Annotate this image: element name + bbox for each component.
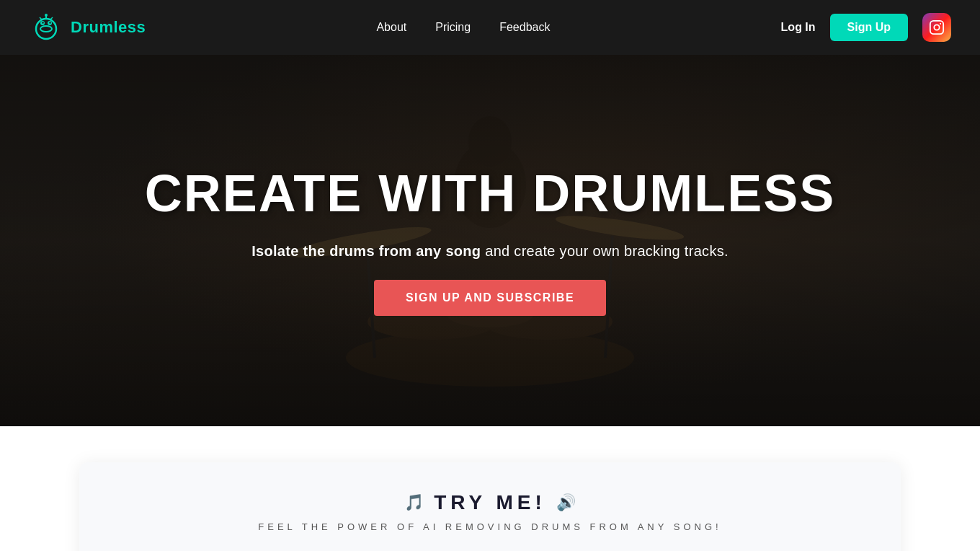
audio-right-icon: 🔊 xyxy=(556,493,576,512)
svg-point-0 xyxy=(36,19,56,39)
logo-text: Drumless xyxy=(71,18,146,37)
try-section: 🎵 TRY ME! 🔊 FEEL THE POWER OF AI REMOVIN… xyxy=(0,426,980,551)
try-title: TRY ME! xyxy=(434,491,546,514)
nav-feedback[interactable]: Feedback xyxy=(499,21,550,34)
hero-subtitle-rest: and create your own bracking tracks. xyxy=(481,243,728,259)
hero-title: CREATE WITH DRUMLESS xyxy=(145,165,836,222)
hero-subtitle: Isolate the drums from any song and crea… xyxy=(251,243,729,260)
hero-section: CREATE WITH DRUMLESS Isolate the drums f… xyxy=(0,55,980,426)
auth-area: Log In Sign Up xyxy=(781,13,951,42)
hero-cta-button[interactable]: SIGN UP AND SUBSCRIBE xyxy=(374,280,606,316)
logo-area: Drumless xyxy=(29,10,146,45)
nav-about[interactable]: About xyxy=(376,21,406,34)
nav-links: About Pricing Feedback xyxy=(376,21,550,34)
try-header: 🎵 TRY ME! 🔊 xyxy=(404,491,576,514)
svg-line-8 xyxy=(40,17,42,19)
svg-point-5 xyxy=(49,22,50,23)
try-subtitle: FEEL THE POWER OF AI REMOVING DRUMS FROM… xyxy=(258,521,721,532)
svg-rect-10 xyxy=(930,21,943,34)
signup-button[interactable]: Sign Up xyxy=(830,14,908,41)
hero-subtitle-bold: Isolate the drums from any song xyxy=(251,243,481,259)
instagram-icon[interactable] xyxy=(922,13,951,42)
svg-point-4 xyxy=(42,22,43,23)
svg-point-1 xyxy=(40,26,52,32)
svg-point-12 xyxy=(940,23,941,25)
try-card: 🎵 TRY ME! 🔊 FEEL THE POWER OF AI REMOVIN… xyxy=(79,462,901,551)
hero-content: CREATE WITH DRUMLESS Isolate the drums f… xyxy=(145,165,836,315)
svg-point-11 xyxy=(934,25,939,30)
navbar: Drumless About Pricing Feedback Log In S… xyxy=(0,0,980,55)
login-button[interactable]: Log In xyxy=(781,21,816,34)
audio-left-icon: 🎵 xyxy=(404,493,424,512)
svg-line-9 xyxy=(50,17,53,19)
svg-point-7 xyxy=(45,14,48,17)
nav-pricing[interactable]: Pricing xyxy=(435,21,471,34)
drumless-logo-icon xyxy=(29,10,63,45)
